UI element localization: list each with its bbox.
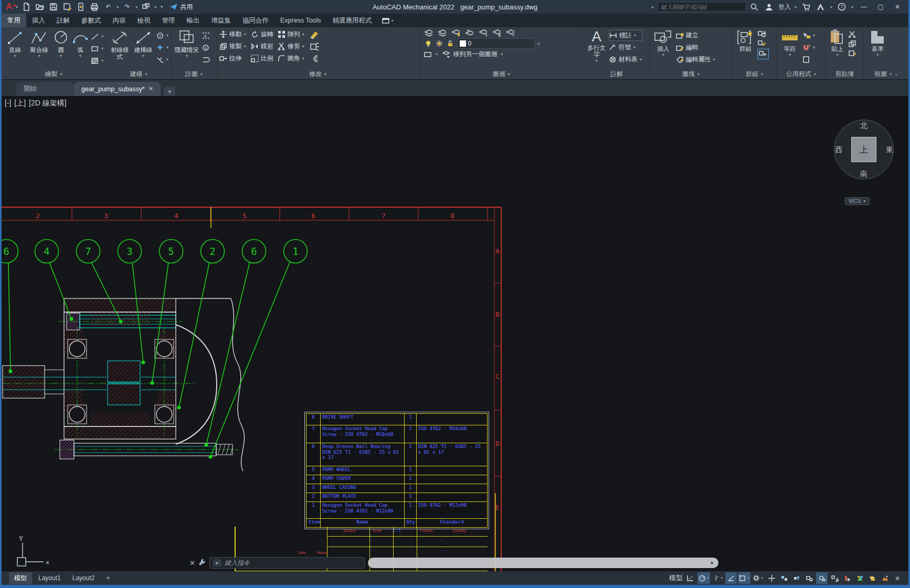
edit-block-button[interactable]: 編輯 <box>676 42 716 53</box>
annotation-lock-toggle[interactable] <box>816 572 828 584</box>
panel-title-layer[interactable]: 圖層▾ <box>420 69 584 79</box>
table-row[interactable]: 7Hexagon Socket Head Cap Screw - ISO 476… <box>306 425 487 443</box>
layer-state-icon[interactable] <box>438 29 446 37</box>
tab-home[interactable]: 常用 <box>2 14 26 27</box>
stretch-button[interactable]: 拉伸 <box>219 53 247 64</box>
customization-gear-button[interactable]: ▾ <box>752 572 765 584</box>
panel-title-view[interactable]: 視圖▾⌄ <box>864 69 908 79</box>
crosshair-isolate-button[interactable] <box>766 572 777 584</box>
ribbon-pin-icon[interactable]: ⌄ <box>894 71 898 77</box>
recent-commands-icon[interactable]: ▸ <box>213 559 221 566</box>
layer-unisolate-icon[interactable] <box>465 29 473 37</box>
erase-button[interactable] <box>309 29 320 40</box>
circle-center-button[interactable]: ▾ <box>156 30 169 41</box>
hidden-situation-button[interactable]: 隱藏情況▾ <box>174 29 200 58</box>
command-history-bar[interactable]: ▲ <box>368 558 718 568</box>
balloon[interactable]: 1 <box>209 240 307 458</box>
tab-annotate[interactable]: 註解 <box>51 14 76 27</box>
tab-express-tools[interactable]: Express Tools <box>274 14 327 27</box>
create-block-button[interactable]: 建立 <box>676 30 716 41</box>
panel-title-construct[interactable]: 建構▾ <box>107 69 171 79</box>
undo-button[interactable]: ↶ <box>102 2 114 12</box>
snap-mode-toggle[interactable]: ▾ <box>697 572 711 584</box>
panel-title-detail[interactable]: 詳圖▾ <box>172 69 217 79</box>
app-store-cart-icon[interactable] <box>800 2 812 12</box>
autoscale-toggle[interactable] <box>791 572 802 584</box>
layer-freeze-icon[interactable] <box>479 29 487 37</box>
help-dropdown-icon[interactable]: ▾ <box>851 5 854 9</box>
arc-button[interactable]: 弧▾ <box>71 29 89 58</box>
tab-insert[interactable]: 插入 <box>26 14 51 27</box>
help-icon[interactable]: ? <box>836 2 848 12</box>
open-from-mobile-button[interactable] <box>75 2 87 12</box>
viewport-view-control[interactable]: [上] <box>14 99 26 107</box>
quick-select-button[interactable]: ▾ <box>802 30 816 41</box>
layer-match-icon[interactable] <box>506 29 514 37</box>
command-input[interactable]: ▸ 鍵入指令 <box>209 557 365 569</box>
erase-construction-button[interactable]: ▾ <box>156 54 169 65</box>
rotate-button[interactable]: 旋轉 <box>251 29 273 40</box>
bom-button[interactable]: 材料表▾ <box>609 54 642 65</box>
close-button[interactable]: ✕ <box>891 3 904 10</box>
calculator-button[interactable] <box>802 54 816 65</box>
object-snap-tracking-toggle[interactable] <box>725 572 737 584</box>
base-view-button[interactable]: 基準▾ <box>866 29 889 57</box>
divide-line-button[interactable]: ▾ <box>91 31 104 42</box>
viewcube-east[interactable]: 東 <box>883 145 896 155</box>
cut-icon[interactable] <box>848 30 856 38</box>
selection-cycling-toggle[interactable] <box>829 572 840 584</box>
polar-tracking-toggle[interactable]: ▾ <box>711 572 724 584</box>
table-row[interactable]: 5PUMP WHEEL1 <box>306 466 487 475</box>
hole-chart-button[interactable] <box>202 54 211 65</box>
panel-title-annotate[interactable]: 註解 <box>584 69 650 79</box>
move-button[interactable]: 移動▾ <box>219 29 247 40</box>
parts-list-table[interactable]: 8DRIVE SHAFT1 7Hexagon Socket Head Cap S… <box>306 413 488 528</box>
search-icon[interactable] <box>749 2 760 12</box>
graphics-performance-button[interactable] <box>879 572 891 584</box>
viewport-visual-style-control[interactable]: [2D 線架構] <box>29 99 67 107</box>
app-logo-icon[interactable]: AM <box>5 2 13 12</box>
save-button[interactable] <box>48 2 59 12</box>
tab-parametric[interactable]: 參數式 <box>76 14 107 27</box>
mtext-button[interactable]: A 多行文字▾ <box>586 29 607 63</box>
layer-isolate-icon[interactable] <box>451 29 460 37</box>
layer-on-bulb-icon[interactable] <box>424 39 432 48</box>
section-line-button[interactable]: A <box>202 30 211 41</box>
tab-content[interactable]: 內容 <box>107 14 132 27</box>
redo-dropdown-icon[interactable]: ▾ <box>135 5 138 9</box>
command-line[interactable]: ✕ ▸ 鍵入指令 ▲ <box>189 557 718 569</box>
layer-thaw-sun-icon[interactable] <box>435 39 443 48</box>
ungroup-icon[interactable] <box>757 30 766 38</box>
group-selection-toggle[interactable] <box>757 49 769 59</box>
signin-dropdown-icon[interactable]: ▾ <box>794 5 797 9</box>
table-row[interactable]: 1Hexagon Socket Head Cap Screw - ISO 476… <box>306 502 487 519</box>
tab-manage[interactable]: 管理 <box>156 14 181 27</box>
panel-title-group[interactable]: 群組▾ <box>733 69 777 79</box>
annotation-monitor-button[interactable] <box>854 572 865 584</box>
viewcube-north[interactable]: 北 <box>858 121 870 131</box>
redo-button[interactable]: ↷ <box>121 2 133 12</box>
tab-addins[interactable]: 增益集 <box>206 14 237 27</box>
tab-output[interactable]: 輸出 <box>181 14 206 27</box>
balloon[interactable]: 6 <box>2 240 18 373</box>
explode-button[interactable] <box>309 41 320 52</box>
table-row[interactable]: 2BOTTOM PLATE1 <box>306 493 487 502</box>
layer-select-combo[interactable]: 0 <box>457 38 535 49</box>
copy-clip-icon[interactable] <box>848 39 856 48</box>
layer-off-rect-icon[interactable] <box>424 50 432 59</box>
construction-line-button[interactable]: 建構線▾ <box>132 29 154 58</box>
search-expand-icon[interactable]: ▸ <box>651 5 654 9</box>
ribbon-options-button[interactable]: ▾ <box>378 14 398 27</box>
model-tab[interactable]: 模型 <box>9 572 32 584</box>
rectangle-button[interactable]: ▾ <box>91 43 104 54</box>
signin-label[interactable]: 登入 <box>778 3 791 12</box>
polyline-button[interactable]: 聚合線▾ <box>28 29 50 58</box>
offset-button[interactable] <box>309 53 320 64</box>
file-tab-document[interactable]: gear_pump_subassy* ✕ <box>74 82 161 96</box>
new-file-button[interactable] <box>20 2 32 12</box>
symbol-button[interactable]: A符號▾ <box>609 42 642 53</box>
history-up-icon[interactable]: ▲ <box>710 560 714 565</box>
maximize-button[interactable]: ▢ <box>874 3 887 10</box>
qat-overflow-icon[interactable]: ▼ <box>159 5 164 9</box>
plot-button[interactable] <box>89 2 100 12</box>
